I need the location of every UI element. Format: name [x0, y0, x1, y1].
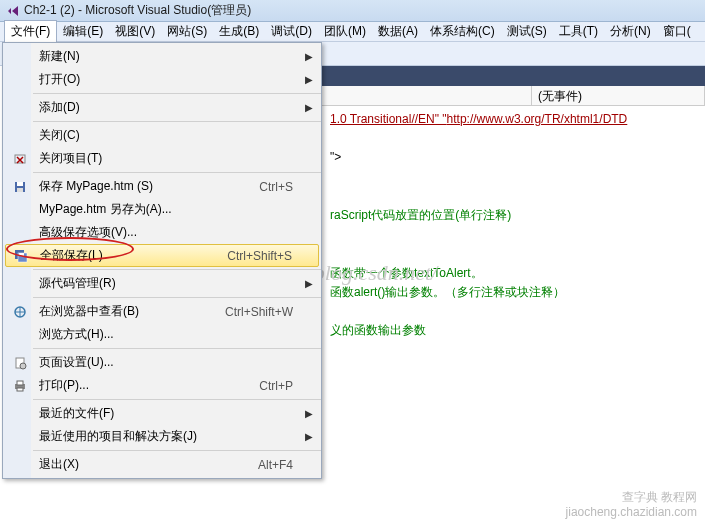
menu-item[interactable]: 数据(A) [372, 21, 424, 42]
code-line: "> [330, 148, 697, 167]
page-setup-icon [7, 356, 33, 370]
menu-item-label: 保存 MyPage.htm (S) [33, 178, 259, 195]
menu-separator [33, 348, 321, 349]
event-dropdown[interactable]: (无事件) [532, 86, 705, 105]
menu-item-label: 打开(O) [33, 71, 317, 88]
window-title: Ch2-1 (2) - Microsoft Visual Studio(管理员) [24, 2, 251, 19]
menu-shortcut: Alt+F4 [258, 458, 317, 472]
code-line [330, 302, 697, 321]
code-line: 1.0 Transitional//EN" "http://www.w3.org… [330, 110, 697, 129]
close-proj-icon [7, 152, 33, 166]
submenu-arrow-icon: ▶ [305, 278, 313, 289]
menu-item-label: 最近的文件(F) [33, 405, 317, 422]
menu-separator [33, 121, 321, 122]
menu-separator [33, 399, 321, 400]
menu-item-label: MyPage.htm 另存为(A)... [33, 201, 317, 218]
menu-item[interactable]: 网站(S) [161, 21, 213, 42]
menu-item-label: 关闭(C) [33, 127, 317, 144]
menu-shortcut: Ctrl+P [259, 379, 317, 393]
menu-item[interactable]: 生成(B) [213, 21, 265, 42]
watermark-footer: 查字典 教程网 jiaocheng.chazidian.com [566, 490, 697, 519]
menu-separator [33, 93, 321, 94]
menu-item-label: 打印(P)... [33, 377, 259, 394]
file-menu-dropdown: 新建(N)▶打开(O)▶添加(D)▶关闭(C)关闭项目(T)保存 MyPage.… [2, 42, 322, 479]
menu-item[interactable]: 打印(P)...Ctrl+P [3, 374, 321, 397]
menu-item[interactable]: 调试(D) [265, 21, 318, 42]
menu-separator [33, 450, 321, 451]
title-bar: Ch2-1 (2) - Microsoft Visual Studio(管理员) [0, 0, 705, 22]
menu-item[interactable]: 最近使用的项目和解决方案(J)▶ [3, 425, 321, 448]
menu-item[interactable]: 测试(S) [501, 21, 553, 42]
menu-item[interactable]: 关闭项目(T) [3, 147, 321, 170]
menu-item-label: 高级保存选项(V)... [33, 224, 317, 241]
submenu-arrow-icon: ▶ [305, 408, 313, 419]
vs-logo-icon [6, 4, 20, 18]
submenu-arrow-icon: ▶ [305, 74, 313, 85]
code-editor[interactable]: 1.0 Transitional//EN" "http://www.w3.org… [322, 106, 705, 344]
svg-rect-12 [17, 388, 23, 391]
menu-item[interactable]: 编辑(E) [57, 21, 109, 42]
menu-item-label: 全部保存(L) [34, 247, 227, 264]
save-icon [7, 180, 33, 194]
menu-item-label: 添加(D) [33, 99, 317, 116]
code-line: raScript代码放置的位置(单行注释) [330, 206, 697, 225]
menu-item[interactable]: 保存 MyPage.htm (S)Ctrl+S [3, 175, 321, 198]
code-line: 函数带一个参数textToAlert。 [330, 264, 697, 283]
menu-item-label: 在浏览器中查看(B) [33, 303, 225, 320]
submenu-arrow-icon: ▶ [305, 102, 313, 113]
menu-item[interactable]: 全部保存(L)Ctrl+Shift+S [5, 244, 319, 267]
menu-item[interactable]: 团队(M) [318, 21, 372, 42]
print-icon [7, 379, 33, 393]
code-line [330, 225, 697, 244]
menu-item[interactable]: 源代码管理(R)▶ [3, 272, 321, 295]
menu-item[interactable]: 打开(O)▶ [3, 68, 321, 91]
menu-separator [33, 297, 321, 298]
editor-tab-header [322, 66, 705, 86]
menu-item-label: 退出(X) [33, 456, 258, 473]
menu-shortcut: Ctrl+Shift+W [225, 305, 317, 319]
menu-item[interactable]: 退出(X)Alt+F4 [3, 453, 321, 476]
menu-item-label: 关闭项目(T) [33, 150, 317, 167]
menu-item[interactable]: 页面设置(U)... [3, 351, 321, 374]
menu-item[interactable]: 关闭(C) [3, 124, 321, 147]
menu-item[interactable]: 分析(N) [604, 21, 657, 42]
menu-item-label: 浏览方式(H)... [33, 326, 317, 343]
code-line [330, 168, 697, 187]
menu-shortcut: Ctrl+Shift+S [227, 249, 316, 263]
menu-shortcut: Ctrl+S [259, 180, 317, 194]
svg-rect-6 [19, 253, 24, 256]
menu-item[interactable]: 浏览方式(H)... [3, 323, 321, 346]
menu-separator [33, 269, 321, 270]
menu-item[interactable]: 视图(V) [109, 21, 161, 42]
menu-item[interactable]: 在浏览器中查看(B)Ctrl+Shift+W [3, 300, 321, 323]
object-dropdown[interactable] [322, 86, 532, 105]
menu-item[interactable]: 工具(T) [553, 21, 604, 42]
menu-item[interactable]: 新建(N)▶ [3, 45, 321, 68]
menu-item[interactable]: 体系结构(C) [424, 21, 501, 42]
menu-bar: 文件(F)编辑(E)视图(V)网站(S)生成(B)调试(D)团队(M)数据(A)… [0, 22, 705, 42]
menu-item[interactable]: 高级保存选项(V)... [3, 221, 321, 244]
menu-item[interactable]: 添加(D)▶ [3, 96, 321, 119]
submenu-arrow-icon: ▶ [305, 431, 313, 442]
menu-item[interactable]: 最近的文件(F)▶ [3, 402, 321, 425]
svg-point-9 [20, 363, 26, 369]
code-line: 义的函数输出参数 [330, 321, 697, 340]
menu-item[interactable]: 文件(F) [4, 20, 57, 43]
menu-separator [33, 172, 321, 173]
submenu-arrow-icon: ▶ [305, 51, 313, 62]
code-line [330, 244, 697, 263]
menu-item-label: 源代码管理(R) [33, 275, 317, 292]
menu-item[interactable]: 窗口( [657, 21, 697, 42]
editor-area: (无事件) 1.0 Transitional//EN" "http://www.… [322, 66, 705, 527]
save-all-icon [8, 249, 34, 263]
editor-nav-row: (无事件) [322, 86, 705, 106]
svg-rect-2 [17, 182, 23, 186]
menu-item-label: 新建(N) [33, 48, 317, 65]
browse-icon [7, 305, 33, 319]
watermark-line1: 查字典 教程网 [566, 490, 697, 504]
watermark-line2: jiaocheng.chazidian.com [566, 505, 697, 519]
code-line [330, 187, 697, 206]
svg-rect-3 [17, 188, 23, 192]
menu-item[interactable]: MyPage.htm 另存为(A)... [3, 198, 321, 221]
svg-rect-11 [17, 381, 23, 385]
